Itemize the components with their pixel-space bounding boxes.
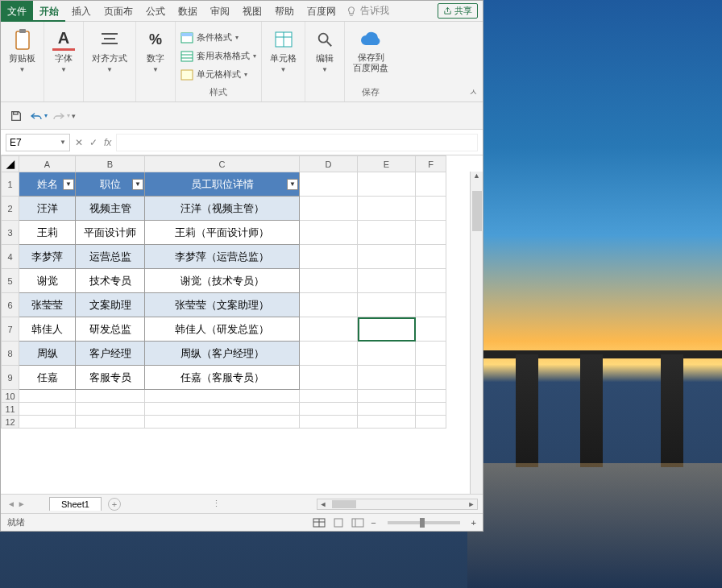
baidu-save-button[interactable]: 保存到 百度网盘 xyxy=(350,27,392,75)
cell[interactable] xyxy=(300,317,358,342)
cell[interactable] xyxy=(300,221,358,245)
cell[interactable] xyxy=(19,403,76,416)
vertical-scrollbar[interactable]: ▲ xyxy=(470,172,483,494)
zoom-out-button[interactable]: − xyxy=(371,518,376,528)
cell[interactable] xyxy=(19,390,76,403)
row-header[interactable]: 11 xyxy=(2,403,19,416)
tab-view[interactable]: 视图 xyxy=(236,1,268,22)
cell[interactable] xyxy=(416,293,446,317)
cell[interactable] xyxy=(358,293,416,317)
cancel-formula-button[interactable]: ✕ xyxy=(75,137,83,148)
cell[interactable] xyxy=(76,403,145,416)
cell[interactable]: 王莉 xyxy=(19,221,76,245)
cell[interactable] xyxy=(358,416,416,429)
row-header[interactable]: 1 xyxy=(2,172,19,197)
cell[interactable] xyxy=(358,366,416,390)
cell[interactable]: 李梦萍 xyxy=(19,245,76,269)
zoom-in-button[interactable]: + xyxy=(471,518,476,528)
alignment-button[interactable]: 对齐方式 ▼ xyxy=(89,27,131,75)
col-header-F[interactable]: F xyxy=(416,156,446,172)
cell[interactable]: 张莹莹 xyxy=(19,293,76,317)
cell[interactable]: 李梦萍（运营总监） xyxy=(145,245,300,269)
row-header[interactable]: 9 xyxy=(2,366,19,390)
horizontal-scrollbar[interactable]: ◄ ► xyxy=(317,499,478,510)
cell[interactable]: 谢觉（技术专员） xyxy=(145,269,300,293)
tab-pagelayout[interactable]: 页面布 xyxy=(98,1,139,22)
tab-help[interactable]: 帮助 xyxy=(268,1,301,22)
undo-button[interactable]: ▾ xyxy=(30,107,48,125)
cell[interactable] xyxy=(416,317,446,342)
table-format-button[interactable]: 套用表格格式▾ xyxy=(180,48,256,64)
cell[interactable] xyxy=(358,172,416,197)
cell[interactable]: 客户经理 xyxy=(76,342,145,366)
col-header-D[interactable]: D xyxy=(300,156,358,172)
cell[interactable] xyxy=(358,342,416,366)
cells-button[interactable]: 单元格 ▼ xyxy=(267,27,300,75)
col-header-E[interactable]: E xyxy=(358,156,416,172)
formula-input[interactable] xyxy=(116,134,478,151)
paste-button[interactable]: 剪贴板 ▼ xyxy=(6,27,39,75)
zoom-thumb[interactable] xyxy=(420,518,425,528)
collapse-ribbon-button[interactable]: ㅅ xyxy=(469,86,478,98)
tab-insert[interactable]: 插入 xyxy=(65,1,98,22)
redo-button[interactable]: ▾ xyxy=(52,107,70,125)
sheet-nav-buttons[interactable]: ◄ ► xyxy=(7,499,26,508)
number-button[interactable]: % 数字 ▼ xyxy=(141,27,170,75)
name-box[interactable]: E7 ▼ xyxy=(6,134,70,151)
cell[interactable] xyxy=(416,197,446,221)
normal-view-button[interactable] xyxy=(313,518,326,528)
cell[interactable]: 韩佳人（研发总监） xyxy=(145,317,300,342)
cell[interactable]: 韩佳人 xyxy=(19,317,76,342)
tab-formulas[interactable]: 公式 xyxy=(139,1,172,22)
row-header[interactable]: 8 xyxy=(2,342,19,366)
cell[interactable] xyxy=(416,342,446,366)
cell[interactable] xyxy=(300,416,358,429)
cell[interactable] xyxy=(145,403,300,416)
cell[interactable]: 谢觉 xyxy=(19,269,76,293)
add-sheet-button[interactable]: + xyxy=(108,498,121,511)
cell[interactable]: 张莹莹（文案助理） xyxy=(145,293,300,317)
filter-button[interactable]: ▼ xyxy=(63,179,74,190)
cell[interactable] xyxy=(358,390,416,403)
cell[interactable]: 客服专员 xyxy=(76,366,145,390)
cell[interactable] xyxy=(358,403,416,416)
col-header-A[interactable]: A xyxy=(19,156,76,172)
row-header[interactable]: 3 xyxy=(2,221,19,245)
cell[interactable]: 文案助理 xyxy=(76,293,145,317)
col-header-B[interactable]: B xyxy=(76,156,145,172)
cell[interactable] xyxy=(358,197,416,221)
cell[interactable] xyxy=(358,245,416,269)
scroll-left-button[interactable]: ◄ xyxy=(317,499,329,510)
cell[interactable] xyxy=(416,172,446,197)
cell[interactable]: 汪洋（视频主管） xyxy=(145,197,300,221)
cell[interactable] xyxy=(416,269,446,293)
cell[interactable] xyxy=(19,416,76,429)
cell[interactable] xyxy=(416,366,446,390)
fx-button[interactable]: fx xyxy=(104,137,111,148)
editing-button[interactable]: 编辑 ▼ xyxy=(310,27,339,75)
cell[interactable]: 任嘉（客服专员） xyxy=(145,366,300,390)
cell[interactable]: 运营总监 xyxy=(76,245,145,269)
row-header[interactable]: 6 xyxy=(2,293,19,317)
page-break-view-button[interactable] xyxy=(351,518,364,528)
font-button[interactable]: A 字体 ▼ xyxy=(49,27,78,75)
cell[interactable]: 平面设计师 xyxy=(76,221,145,245)
cell[interactable] xyxy=(358,221,416,245)
cell[interactable]: 汪洋 xyxy=(19,197,76,221)
sheet-tab[interactable]: Sheet1 xyxy=(49,497,102,511)
cell[interactable]: 视频主管 xyxy=(76,197,145,221)
cell-style-button[interactable]: 单元格样式▾ xyxy=(180,67,256,82)
cell[interactable] xyxy=(300,269,358,293)
cell[interactable]: 周纵（客户经理） xyxy=(145,342,300,366)
row-header[interactable]: 7 xyxy=(2,317,19,342)
scroll-thumb[interactable] xyxy=(332,500,356,508)
cell[interactable] xyxy=(145,416,300,429)
cell[interactable] xyxy=(300,342,358,366)
cell[interactable] xyxy=(300,245,358,269)
tab-baidu[interactable]: 百度网 xyxy=(301,1,342,22)
row-header[interactable]: 4 xyxy=(2,245,19,269)
select-all-corner[interactable]: ◢ xyxy=(2,156,19,172)
row-header[interactable]: 2 xyxy=(2,197,19,221)
cell[interactable] xyxy=(416,221,446,245)
cell[interactable] xyxy=(76,390,145,403)
